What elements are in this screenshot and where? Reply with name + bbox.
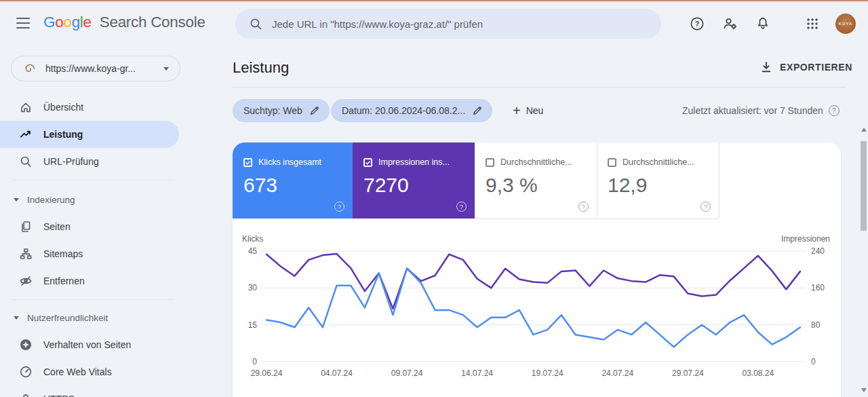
- card-divider: [597, 143, 597, 219]
- header-divider: [233, 87, 846, 88]
- metric-card-impressionen[interactable]: Impressionen ins... 7270 ?: [353, 143, 475, 219]
- user-avatar[interactable]: KOYA: [835, 14, 856, 34]
- new-filter-button[interactable]: + Neu: [507, 99, 549, 122]
- metric-card-ctr[interactable]: Durchschnittliche... 9,3 % ?: [475, 143, 597, 219]
- checkbox-unchecked-icon[interactable]: [608, 158, 616, 167]
- sidebar-item-core-web-vitals[interactable]: Core Web Vitals: [0, 358, 179, 385]
- user-settings-icon[interactable]: [722, 16, 738, 32]
- svg-text:Klicks: Klicks: [242, 234, 263, 244]
- card-help-icon[interactable]: ?: [578, 202, 589, 212]
- logo-letter: o: [55, 14, 63, 31]
- sidebar-section-indexierung[interactable]: Indexierung: [0, 186, 179, 213]
- page-title: Leistung: [233, 59, 289, 77]
- metric-card-klicks[interactable]: Klicks insgesamt 673 ?: [233, 143, 353, 219]
- help-icon[interactable]: ?: [689, 16, 705, 32]
- search-input[interactable]: [272, 18, 638, 30]
- edit-pencil-icon: [309, 105, 320, 116]
- cards-bottom-border: [475, 219, 719, 219]
- svg-text:03.08.24: 03.08.24: [743, 368, 774, 378]
- google-search-console-app: Google Search Console ? KOYA https://www…: [0, 0, 868, 397]
- metric-value: 673: [243, 174, 277, 197]
- collapse-arrow-icon: [14, 316, 19, 322]
- svg-text:19.07.24: 19.07.24: [532, 368, 564, 378]
- performance-trend-icon: [19, 128, 33, 141]
- svg-text:0: 0: [811, 357, 816, 366]
- lock-icon: [19, 392, 33, 397]
- sidebar-item-entfernen[interactable]: Entfernen: [0, 267, 179, 295]
- property-favicon: [24, 62, 36, 75]
- svg-text:14.07.24: 14.07.24: [461, 368, 493, 378]
- export-button[interactable]: EXPORTIEREN: [760, 60, 852, 74]
- page-experience-star-icon: [19, 338, 33, 352]
- svg-text:15: 15: [248, 320, 258, 330]
- svg-text:09.07.24: 09.07.24: [391, 368, 423, 378]
- logo-letter: g: [72, 14, 80, 31]
- apps-grid-icon[interactable]: [804, 16, 821, 32]
- app-logo: Google Search Console: [43, 14, 205, 31]
- sidebar-item-verhalten-von-seiten[interactable]: Verhalten von Seiten: [0, 331, 179, 358]
- notifications-bell-icon[interactable]: [755, 16, 771, 32]
- performance-panel: Klicks insgesamt 673 ? Impressionen ins.…: [233, 143, 841, 397]
- sidebar-item-url-pruefung[interactable]: URL-Prüfung: [0, 148, 179, 175]
- svg-text:45: 45: [248, 246, 258, 256]
- sidebar-item-https[interactable]: HTTPS: [0, 385, 179, 397]
- scrollbar-thumb[interactable]: [861, 141, 867, 231]
- download-icon: [760, 60, 773, 74]
- chevron-down-icon: [163, 67, 169, 73]
- sidebar-item-uebersicht[interactable]: Übersicht: [0, 94, 179, 121]
- sidebar-item-sitemaps[interactable]: Sitemaps: [0, 240, 179, 267]
- card-divider: [719, 143, 719, 219]
- svg-text:29.06.24: 29.06.24: [251, 368, 283, 378]
- plus-icon: +: [513, 103, 521, 119]
- svg-text:30: 30: [248, 283, 258, 292]
- card-help-icon[interactable]: ?: [456, 202, 467, 212]
- menu-icon[interactable]: [16, 18, 30, 29]
- svg-text:?: ?: [695, 20, 700, 28]
- collapse-arrow-icon: [14, 198, 19, 204]
- svg-text:04.07.24: 04.07.24: [321, 368, 353, 378]
- logo-letter: o: [63, 14, 71, 31]
- scrollbar-up-arrow-icon[interactable]: [861, 125, 867, 132]
- svg-text:0: 0: [252, 357, 257, 366]
- sidebar-item-seiten[interactable]: Seiten: [0, 213, 179, 240]
- sidebar-section-nutzerfreundlichkeit[interactable]: Nutzerfreundlichkeit: [0, 304, 179, 331]
- svg-text:Impressionen: Impressionen: [781, 234, 830, 244]
- performance-chart[interactable]: 0153045080160240KlicksImpressionen29.06.…: [233, 231, 841, 394]
- svg-text:240: 240: [811, 246, 825, 256]
- speedometer-icon: [19, 365, 33, 379]
- card-help-icon[interactable]: ?: [701, 202, 711, 212]
- logo-letter: e: [83, 14, 92, 31]
- property-url: https://www.koya-gr...: [45, 63, 163, 74]
- scrollbar-down-arrow-icon[interactable]: [861, 388, 867, 395]
- window-top-strip: [0, 0, 868, 2]
- filter-chip-suchtyp[interactable]: Suchtyp: Web: [233, 99, 330, 122]
- checkbox-checked-icon[interactable]: [243, 158, 252, 167]
- sidebar-divider: [11, 299, 174, 300]
- card-help-icon[interactable]: ?: [334, 202, 344, 212]
- svg-text:24.07.24: 24.07.24: [601, 368, 633, 378]
- metric-value: 7270: [363, 174, 409, 197]
- url-inspect-search-icon: [19, 155, 33, 168]
- filter-chip-datum[interactable]: Datum: 20.06.2024-06.08.2...: [331, 99, 492, 122]
- sidebar-divider: [11, 180, 174, 181]
- property-selector[interactable]: https://www.koya-gr...: [11, 56, 180, 81]
- metric-card-position[interactable]: Durchschnittliche... 12,9 ?: [597, 143, 719, 219]
- info-help-icon[interactable]: ?: [829, 105, 840, 116]
- google-wordmark: Google: [43, 14, 92, 31]
- url-inspection-search[interactable]: [235, 9, 661, 39]
- metric-value: 12,9: [608, 174, 647, 197]
- app-name: Search Console: [100, 14, 205, 31]
- sitemap-tree-icon: [19, 247, 33, 261]
- svg-text:160: 160: [811, 283, 825, 292]
- eye-off-icon: [19, 274, 33, 288]
- logo-letter: G: [43, 14, 55, 31]
- checkbox-checked-icon[interactable]: [363, 158, 372, 167]
- search-icon: [249, 17, 262, 31]
- sidebar-item-leistung[interactable]: Leistung: [0, 121, 179, 148]
- last-updated: Zuletzt aktualisiert: vor 7 Stunden ?: [682, 105, 840, 116]
- pages-icon: [19, 220, 33, 233]
- svg-text:29.07.24: 29.07.24: [672, 368, 704, 378]
- checkbox-unchecked-icon[interactable]: [486, 158, 494, 167]
- svg-text:80: 80: [811, 320, 821, 330]
- metric-value: 9,3 %: [486, 174, 538, 197]
